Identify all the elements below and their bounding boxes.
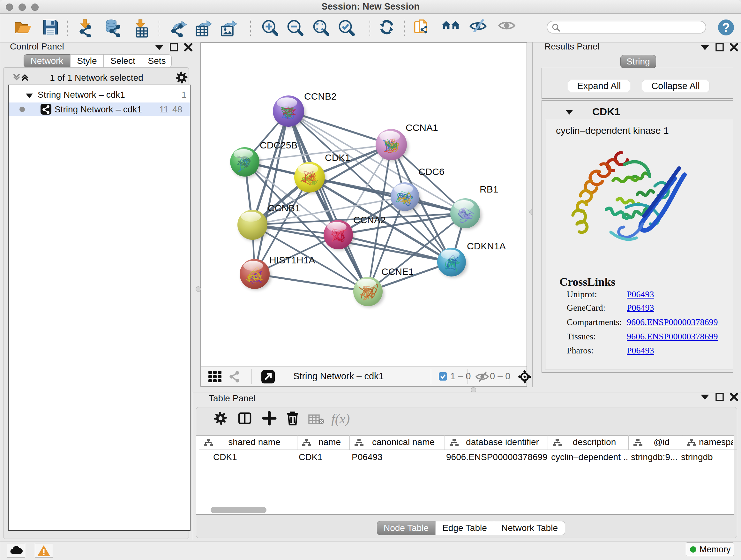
svg-text:CCNB1: CCNB1	[268, 203, 300, 213]
svg-text:CCNA2: CCNA2	[353, 214, 386, 225]
svg-text:CCNE1: CCNE1	[381, 266, 414, 277]
svg-text:RB1: RB1	[480, 184, 498, 194]
svg-text:CCNB2: CCNB2	[304, 91, 337, 102]
svg-text:CDKN1A: CDKN1A	[467, 241, 506, 251]
svg-text:HIST1H1A: HIST1H1A	[269, 255, 315, 265]
svg-text:CDK1: CDK1	[325, 152, 350, 163]
svg-text:CCNA1: CCNA1	[406, 122, 438, 133]
svg-text:CDC25B: CDC25B	[260, 140, 297, 150]
svg-text:CDC6: CDC6	[418, 166, 445, 177]
